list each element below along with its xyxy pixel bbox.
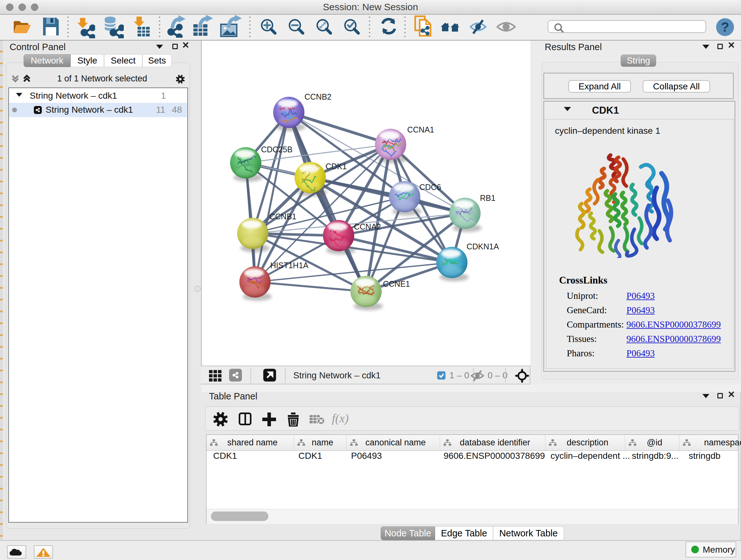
svg-text:CDC25B: CDC25B xyxy=(261,145,293,154)
svg-text:CCNB2: CCNB2 xyxy=(305,92,332,101)
svg-text:HIST1H1A: HIST1H1A xyxy=(270,261,309,270)
svg-text:CCNA1: CCNA1 xyxy=(407,125,434,134)
svg-text:CDKN1A: CDKN1A xyxy=(467,242,499,251)
svg-text:?: ? xyxy=(721,19,729,35)
svg-text:CDK1: CDK1 xyxy=(326,162,347,171)
svg-text:CCNA2: CCNA2 xyxy=(354,222,381,231)
svg-text:RB1: RB1 xyxy=(480,193,495,202)
svg-text:CDC6: CDC6 xyxy=(419,183,441,192)
svg-text:CCNE1: CCNE1 xyxy=(383,279,410,288)
svg-text:CCNB1: CCNB1 xyxy=(269,212,296,221)
